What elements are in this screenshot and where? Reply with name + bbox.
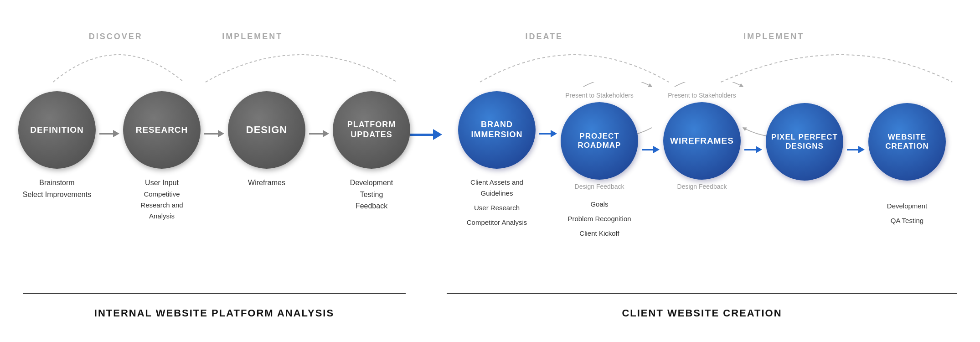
left-section-title: INTERNAL WEBSITE PLATFORM ANALYSIS	[18, 298, 410, 324]
platform-updates-node-wrapper: PLATFORM UPDATES Development Testing Fee…	[333, 91, 410, 212]
right-arc-area: IDEATE IMPLEMENT	[442, 18, 962, 91]
definition-node-wrapper: DEFINITION Brainstorm Select Improvement…	[18, 91, 96, 200]
project-roadmap-node-wrapper: Present to Stakeholders PROJECT ROADMAP …	[561, 91, 638, 239]
arrow-des-plat	[309, 130, 329, 137]
main-connector-arrow	[410, 0, 442, 333]
definition-text: Brainstorm Select Improvements	[23, 177, 91, 200]
arrow-wire-pixel	[744, 146, 762, 153]
definition-node: DEFINITION	[18, 91, 96, 169]
right-arc2-label: IMPLEMENT	[743, 32, 804, 41]
website-creation-node-wrapper: WEBSITE CREATION Development QA Testing	[868, 91, 946, 226]
platform-updates-text: Development Testing Feedback	[350, 177, 393, 212]
left-section-bottom: INTERNAL WEBSITE PLATFORM ANALYSIS	[18, 284, 410, 324]
design-text: Wireframes	[248, 177, 285, 189]
left-arc2-label: IMPLEMENT	[222, 32, 283, 41]
brand-immersion-text: Client Assets and Guidelines User Resear…	[465, 177, 529, 228]
right-nodes-area: BRAND IMMERSION Client Assets and Guidel…	[442, 91, 962, 239]
right-section-title: CLIENT WEBSITE CREATION	[442, 298, 962, 324]
design-feedback-1: Design Feedback	[575, 182, 624, 191]
website-creation-text: Development QA Testing	[887, 201, 927, 226]
brand-immersion-node: BRAND IMMERSION	[458, 91, 536, 169]
wireframes-node: WIREFRAMES	[663, 102, 741, 180]
arrow-def-res	[99, 130, 119, 137]
design-node-wrapper: DESIGN Wireframes	[228, 91, 305, 189]
platform-updates-node: PLATFORM UPDATES	[333, 91, 410, 169]
design-node: DESIGN	[228, 91, 305, 169]
left-arc-area: DISCOVER IMPLEMENT	[18, 18, 410, 91]
present-stakeholders-2: Present to Stakeholders	[668, 91, 736, 99]
wireframes-node-wrapper: Present to Stakeholders WIREFRAMES Desig…	[663, 91, 741, 204]
left-nodes-area: DEFINITION Brainstorm Select Improvement…	[18, 91, 410, 222]
design-feedback-2: Design Feedback	[677, 182, 727, 191]
project-roadmap-text: Goals Problem Recognition Client Kickoff	[567, 199, 631, 239]
right-section: IDEATE IMPLEMENT	[442, 9, 962, 333]
pixel-perfect-node-wrapper: PIXEL PERFECT DESIGNS	[766, 91, 843, 201]
left-arc1-label: DISCOVER	[89, 32, 143, 41]
left-section: DISCOVER IMPLEMENT DEFINITION Brainstorm…	[18, 9, 410, 333]
arrow-brand-proj	[539, 130, 557, 137]
right-section-bottom: CLIENT WEBSITE CREATION	[442, 284, 962, 324]
present-stakeholders-1: Present to Stakeholders	[565, 91, 633, 99]
research-node-wrapper: RESEARCH User Input Competitive Research…	[123, 91, 201, 222]
brand-immersion-node-wrapper: BRAND IMMERSION Client Assets and Guidel…	[458, 91, 536, 228]
arrow-res-des	[204, 130, 224, 137]
research-node: RESEARCH	[123, 91, 201, 169]
project-roadmap-node: PROJECT ROADMAP	[561, 102, 638, 180]
right-arc1-label: IDEATE	[525, 32, 563, 41]
arrow-pixel-web	[847, 146, 865, 153]
main-container: DISCOVER IMPLEMENT DEFINITION Brainstorm…	[0, 0, 980, 342]
pixel-perfect-node: PIXEL PERFECT DESIGNS	[766, 103, 843, 181]
arrow-proj-wire	[642, 146, 660, 153]
research-text: User Input Competitive Research and Anal…	[132, 177, 191, 222]
website-creation-node: WEBSITE CREATION	[868, 103, 946, 181]
